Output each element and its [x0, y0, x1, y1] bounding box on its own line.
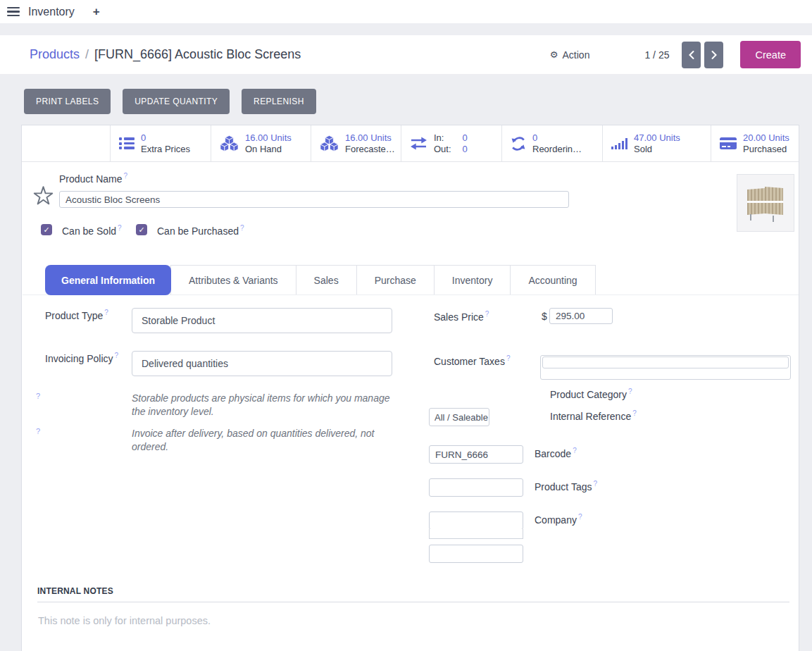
product-image[interactable] — [737, 174, 794, 232]
help-tooltip-icon[interactable]: ? — [36, 392, 40, 400]
stat-button-purchased[interactable]: 20.00 Units Purchased — [711, 125, 799, 161]
help-tooltip-icon[interactable]: ? — [578, 513, 582, 521]
help-tooltip-icon[interactable]: ? — [118, 224, 122, 232]
customer-taxes-label: Customer Taxes? — [434, 354, 510, 367]
in-label: In: — [434, 132, 451, 144]
stat-button-in-out[interactable]: In: 0 Out: 0 — [401, 125, 502, 161]
tab-sales[interactable]: Sales — [296, 265, 357, 295]
stat-label: Forecaste… — [345, 144, 395, 155]
stat-value: 20.00 Units — [743, 132, 789, 144]
sales-price-input[interactable] — [549, 308, 613, 324]
stat-label: Reorderin… — [532, 144, 582, 155]
tab-accounting[interactable]: Accounting — [510, 265, 595, 295]
product-category-label: Product Category? — [550, 388, 632, 400]
help-tooltip-icon[interactable]: ? — [506, 354, 511, 362]
currency-symbol: $ — [542, 311, 547, 322]
stat-value: 0 — [141, 132, 190, 144]
can-be-purchased-label: Can be Purchased? — [157, 224, 244, 237]
action-label: Action — [563, 49, 590, 61]
tab-general-information[interactable]: General Information — [45, 265, 171, 295]
stat-label: Sold — [634, 144, 680, 155]
stat-button-sold[interactable]: 47.00 Units Sold — [603, 125, 711, 161]
customer-taxes-inner-input[interactable] — [542, 356, 789, 368]
product-name-label: Product Name? — [59, 172, 127, 185]
chevron-left-icon — [687, 50, 696, 60]
stat-button-reordering-rules[interactable]: 0 Reorderin… — [502, 125, 603, 161]
customer-taxes-input[interactable] — [540, 355, 791, 380]
company-label: Company? — [535, 513, 582, 526]
tab-attributes-variants[interactable]: Attributes & Variants — [170, 265, 296, 295]
help-tooltip-icon[interactable]: ? — [240, 224, 244, 232]
in-value: 0 — [463, 132, 468, 144]
internal-reference-input[interactable] — [429, 445, 523, 464]
internal-notes-heading: INTERNAL NOTES — [37, 586, 789, 602]
help-tooltip-icon[interactable]: ? — [632, 409, 637, 417]
product-type-label: Product Type? — [45, 309, 108, 321]
stat-button-row: 0 Extra Prices 16.00 Units On Hand — [22, 125, 799, 162]
help-tooltip-icon[interactable]: ? — [485, 310, 489, 318]
invoicing-policy-label: Invoicing Policy? — [45, 352, 118, 364]
pager-previous-button[interactable] — [682, 42, 701, 68]
help-tooltip-icon[interactable]: ? — [628, 388, 632, 395]
can-be-sold-checkbox[interactable]: ✓ — [41, 224, 52, 235]
stat-value: 16.00 Units — [245, 132, 292, 144]
product-tags-input[interactable] — [429, 512, 523, 530]
product-type-select[interactable]: Storable Product — [132, 308, 392, 333]
product-tags-label: Product Tags? — [535, 480, 597, 492]
invoicing-help-text: Invoice after delivery, based on quantit… — [132, 427, 402, 454]
internal-notes-placeholder[interactable]: This note is only for internal purposes. — [38, 615, 211, 626]
hamburger-menu-icon[interactable] — [7, 7, 20, 17]
sales-price-label: Sales Price? — [434, 310, 489, 323]
pager-next-button[interactable] — [704, 42, 723, 68]
print-labels-button[interactable]: PRINT LABELS — [24, 89, 111, 114]
help-tooltip-icon[interactable]: ? — [36, 427, 40, 435]
internal-reference-label: Internal Reference? — [550, 409, 637, 422]
product-category-input[interactable]: All / Saleable — [429, 408, 489, 426]
invoicing-policy-select[interactable]: Delivered quantities — [132, 351, 392, 376]
product-tags-dropdown-strip[interactable] — [429, 529, 523, 539]
page-title: [FURN_6666] Acoustic Bloc Screens — [94, 47, 301, 62]
chevron-right-icon — [710, 50, 718, 60]
can-be-sold-label: Can be Sold? — [62, 224, 122, 237]
transfer-arrows-icon — [410, 136, 427, 151]
favorite-star-icon[interactable] — [32, 185, 54, 209]
action-menu-button[interactable]: ⚙ Action — [550, 49, 590, 61]
breadcrumb-separator: / — [85, 47, 89, 62]
stat-value: 0 — [532, 132, 582, 144]
refresh-icon — [511, 136, 526, 151]
barcode-label: Barcode? — [535, 447, 577, 459]
stat-spacer — [22, 125, 111, 161]
gear-icon: ⚙ — [550, 49, 558, 60]
add-tab-icon[interactable]: + — [93, 5, 100, 19]
update-quantity-button[interactable]: UPDATE QUANTITY — [123, 89, 230, 114]
can-be-purchased-checkbox[interactable]: ✓ — [136, 224, 147, 235]
out-value: 0 — [463, 144, 468, 155]
stat-button-forecasted[interactable]: 16.00 Units Forecaste… — [311, 125, 401, 161]
help-tooltip-icon[interactable]: ? — [593, 480, 597, 488]
barcode-input[interactable] — [429, 478, 523, 497]
help-tooltip-icon[interactable]: ? — [104, 309, 108, 316]
stat-label: On Hand — [245, 144, 292, 155]
tab-inventory[interactable]: Inventory — [434, 265, 511, 295]
create-button[interactable]: Create — [740, 41, 801, 68]
cubes-icon — [220, 135, 239, 152]
breadcrumb: Products / [FURN_6666] Acoustic Bloc Scr… — [30, 47, 301, 62]
product-name-input[interactable] — [59, 191, 569, 208]
breadcrumb-products-link[interactable]: Products — [30, 47, 80, 62]
help-tooltip-icon[interactable]: ? — [573, 447, 577, 454]
company-input[interactable] — [429, 545, 523, 563]
tab-purchase[interactable]: Purchase — [356, 265, 435, 295]
stat-button-on-hand[interactable]: 16.00 Units On Hand — [211, 125, 311, 161]
control-panel: Products / [FURN_6666] Acoustic Bloc Scr… — [0, 35, 812, 74]
stat-button-extra-prices[interactable]: 0 Extra Prices — [111, 125, 211, 161]
help-tooltip-icon[interactable]: ? — [115, 352, 119, 359]
cubes-icon — [320, 135, 339, 152]
help-tooltip-icon[interactable]: ? — [123, 172, 127, 180]
pricelist-icon — [119, 137, 135, 149]
stat-label: Extra Prices — [141, 144, 190, 155]
stat-label: Purchased — [743, 144, 789, 155]
replenish-button[interactable]: REPLENISH — [242, 89, 316, 114]
app-title[interactable]: Inventory — [28, 6, 75, 18]
bar-chart-icon — [611, 138, 627, 149]
form-sheet: 0 Extra Prices 16.00 Units On Hand — [21, 125, 799, 651]
